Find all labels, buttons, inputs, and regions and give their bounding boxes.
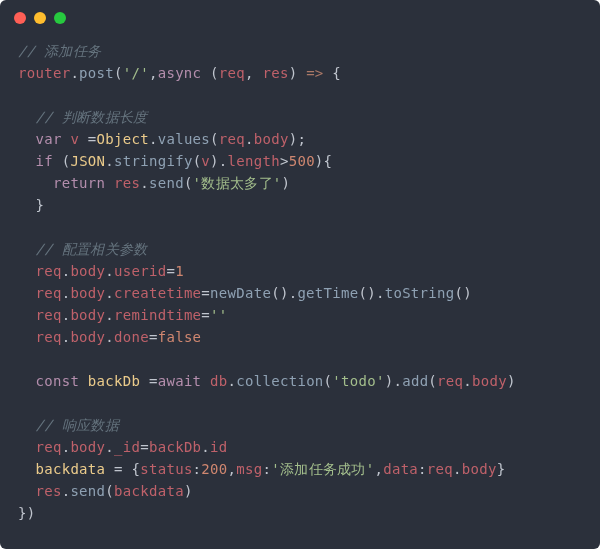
fn-post: post xyxy=(79,65,114,81)
comment: // 判断数据长度 xyxy=(35,109,147,125)
ident-db: db xyxy=(210,373,227,389)
fn-collection: collection xyxy=(236,373,323,389)
comment: // 配置相关参数 xyxy=(35,241,147,257)
var-backdata: backdata xyxy=(35,461,105,477)
fn-gettime: getTime xyxy=(297,285,358,301)
fn-tostring: toString xyxy=(385,285,455,301)
str-too-many: '数据太多了' xyxy=(193,175,282,191)
str-todo: 'todo' xyxy=(332,373,384,389)
key-msg: msg xyxy=(236,461,262,477)
num-500: 500 xyxy=(289,153,315,169)
prop-createtime: createtime xyxy=(114,285,201,301)
fn-send: send xyxy=(149,175,184,191)
kw-if: if xyxy=(35,153,52,169)
kw-await: await xyxy=(158,373,202,389)
close-icon[interactable] xyxy=(14,12,26,24)
prop-id: _id xyxy=(114,439,140,455)
ident-router: router xyxy=(18,65,70,81)
class-object: Object xyxy=(97,131,149,147)
param-req: req xyxy=(219,65,245,81)
var-v: v xyxy=(70,131,79,147)
fn-values: values xyxy=(158,131,210,147)
comment: // 添加任务 xyxy=(18,43,101,59)
route-path: '/' xyxy=(123,65,149,81)
fn-send: send xyxy=(70,483,105,499)
key-data: data xyxy=(383,461,418,477)
class-json: JSON xyxy=(70,153,105,169)
comment: // 响应数据 xyxy=(35,417,118,433)
str-success: '添加任务成功' xyxy=(271,461,374,477)
minimize-icon[interactable] xyxy=(34,12,46,24)
num-200: 200 xyxy=(201,461,227,477)
str-empty: '' xyxy=(210,307,227,323)
bool-false: false xyxy=(158,329,202,345)
prop-done: done xyxy=(114,329,149,345)
kw-const: const xyxy=(35,373,79,389)
fn-stringify: stringify xyxy=(114,153,193,169)
prop-length: length xyxy=(228,153,280,169)
arrow: => xyxy=(306,65,323,81)
prop-remindtime: remindtime xyxy=(114,307,201,323)
key-status: status xyxy=(140,461,192,477)
num-1: 1 xyxy=(175,263,184,279)
var-backdb: backDb xyxy=(88,373,140,389)
kw-return: return xyxy=(53,175,105,191)
param-res: res xyxy=(262,65,288,81)
window-titlebar xyxy=(0,0,600,36)
code-block: // 添加任务 router.post('/',async (req, res)… xyxy=(0,36,600,542)
fn-add: add xyxy=(402,373,428,389)
kw-var: var xyxy=(35,131,61,147)
prop-userid: userid xyxy=(114,263,166,279)
code-window: // 添加任务 router.post('/',async (req, res)… xyxy=(0,0,600,549)
zoom-icon[interactable] xyxy=(54,12,66,24)
kw-async: async xyxy=(158,65,202,81)
fn-newdate: newDate xyxy=(210,285,271,301)
